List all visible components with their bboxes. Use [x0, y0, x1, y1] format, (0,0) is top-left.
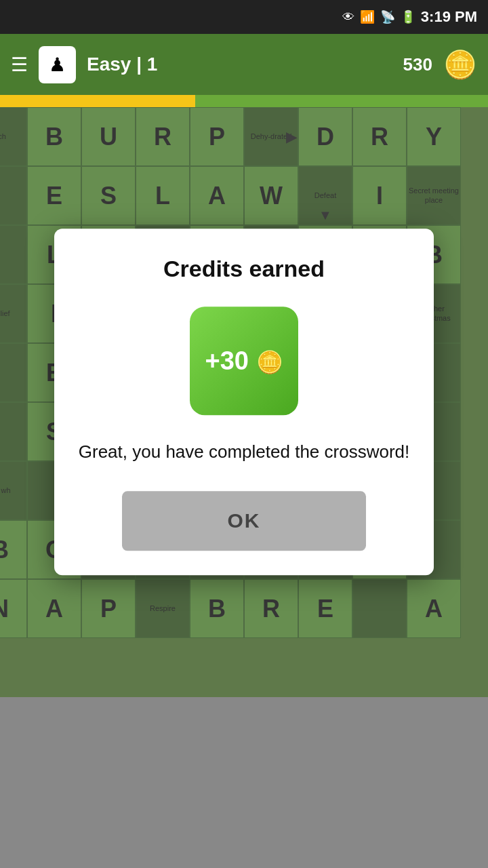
- bottom-area: [0, 697, 488, 868]
- crossword-grid: ach B U R P Dehy-drated ▶ D R Y E S L A …: [0, 107, 488, 697]
- coins-icon: 🪙: [443, 49, 477, 81]
- eye-icon: 👁: [342, 10, 354, 24]
- credits-badge: +30 🪙: [190, 307, 298, 415]
- dialog-message: Great, you have completed the crossword!: [79, 439, 409, 464]
- coins-stack-icon: 🪙: [256, 350, 283, 374]
- ok-button[interactable]: OK: [122, 492, 366, 551]
- wifi-icon: 📶: [360, 9, 375, 24]
- credits-dialog: Credits earned +30 🪙 Great, you have com…: [54, 229, 434, 575]
- status-bar: 👁 📶 📡 🔋 3:19 PM: [0, 0, 488, 34]
- credits-amount: +30 🪙: [205, 347, 283, 376]
- status-icons: 👁 📶 📡 🔋 3:19 PM: [342, 8, 477, 26]
- credits-count: 530: [403, 54, 432, 75]
- app-title: Easy | 1: [87, 54, 392, 75]
- menu-icon[interactable]: ☰: [11, 54, 28, 76]
- progress-bar-fill: [0, 95, 195, 107]
- dialog-title: Credits earned: [163, 256, 325, 282]
- signal-icon: 📡: [380, 9, 395, 24]
- logo-icon: ♟: [49, 54, 66, 76]
- battery-icon: 🔋: [401, 9, 415, 24]
- status-time: 3:19 PM: [421, 8, 477, 26]
- progress-bar-container: [0, 95, 488, 107]
- app-bar: ☰ ♟ Easy | 1 530 🪙: [0, 34, 488, 95]
- app-logo: ♟: [39, 46, 76, 83]
